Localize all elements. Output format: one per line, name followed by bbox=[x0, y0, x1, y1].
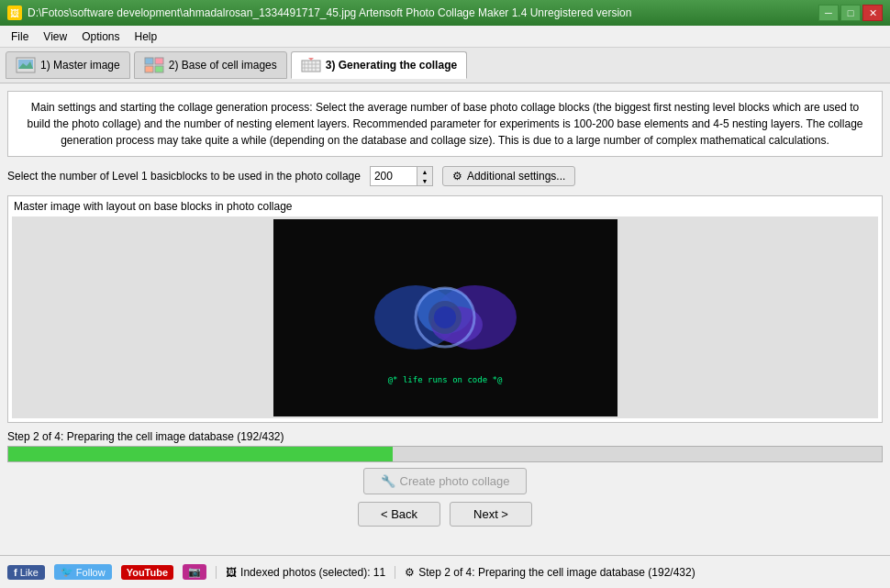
facebook-button[interactable]: f Like bbox=[7, 565, 45, 580]
menu-file[interactable]: File bbox=[4, 28, 36, 46]
step-status: ⚙ Step 2 of 4: Preparing the cell image … bbox=[395, 566, 695, 579]
svg-point-22 bbox=[434, 306, 456, 328]
close-button[interactable]: ✕ bbox=[862, 5, 883, 21]
collage-grid-svg: @* life runs on code *@ 300 bbox=[273, 219, 617, 416]
collage-preview: @* life runs on code *@ 300 bbox=[273, 219, 617, 416]
progress-bar-fill bbox=[8, 447, 393, 461]
twitter-button[interactable]: 🐦 Follow bbox=[54, 564, 112, 580]
twitter-icon: 🐦 bbox=[61, 566, 73, 578]
additional-settings-label: Additional settings... bbox=[467, 170, 565, 183]
generating-icon bbox=[301, 56, 321, 74]
fb-label: Like bbox=[20, 567, 39, 578]
spinner-buttons: ▲ ▼ bbox=[417, 167, 432, 185]
indexed-text: Indexed photos (selected): 11 bbox=[240, 566, 385, 579]
svg-text:@* life runs on code *@: @* life runs on code *@ bbox=[387, 375, 502, 384]
next-button[interactable]: Next > bbox=[450, 502, 532, 527]
create-label: Create photo collage bbox=[400, 474, 510, 488]
back-button[interactable]: < Back bbox=[358, 502, 440, 527]
tab-generating-label: 3) Generating the collage bbox=[326, 59, 457, 72]
youtube-label: YouTube bbox=[127, 567, 168, 578]
youtube-button[interactable]: YouTube bbox=[121, 565, 173, 580]
titlebar: 🖼 D:\Fotos\software development\ahmadalr… bbox=[0, 0, 890, 26]
tab-master-image[interactable]: 1) Master image bbox=[6, 51, 130, 79]
menubar: File View Options Help bbox=[0, 26, 890, 48]
wrench-icon: 🔧 bbox=[381, 474, 395, 488]
tab-master-image-label: 1) Master image bbox=[40, 59, 120, 72]
instagram-icon: 📷 bbox=[188, 566, 201, 577]
tab-generating[interactable]: 3) Generating the collage bbox=[291, 51, 467, 79]
svg-rect-6 bbox=[155, 66, 163, 72]
progress-label: Step 2 of 4: Preparing the cell image da… bbox=[7, 430, 883, 443]
image-area-label: Master image with layout on base blocks … bbox=[12, 200, 878, 213]
facebook-icon: f bbox=[14, 567, 17, 578]
progress-bar-background bbox=[7, 446, 883, 462]
minimize-button[interactable]: ─ bbox=[818, 5, 839, 21]
indexed-status: 🖼 Indexed photos (selected): 11 bbox=[216, 566, 385, 579]
main-content: Main settings and starting the collage g… bbox=[0, 83, 890, 545]
titlebar-left: 🖼 D:\Fotos\software development\ahmadalr… bbox=[7, 6, 631, 20]
tab-base-cells[interactable]: 2) Base of cell images bbox=[134, 51, 287, 79]
twitter-label: Follow bbox=[76, 567, 106, 578]
info-box: Main settings and starting the collage g… bbox=[7, 91, 883, 157]
level-value-input[interactable] bbox=[371, 168, 417, 184]
gear-icon: ⚙ bbox=[452, 170, 462, 183]
next-label: Next > bbox=[473, 507, 508, 521]
app-icon: 🖼 bbox=[7, 6, 22, 20]
titlebar-title: D:\Fotos\software development\ahmadalros… bbox=[28, 6, 631, 19]
titlebar-controls[interactable]: ─ □ ✕ bbox=[818, 5, 883, 21]
spinner-up[interactable]: ▲ bbox=[417, 167, 432, 176]
level-select-label: Select the number of Level 1 basicblocks… bbox=[7, 170, 361, 183]
image-area: Master image with layout on base blocks … bbox=[7, 195, 883, 423]
nav-row: < Back Next > bbox=[7, 502, 883, 527]
additional-settings-button[interactable]: ⚙ Additional settings... bbox=[442, 166, 575, 186]
svg-rect-3 bbox=[145, 58, 153, 64]
tab-base-cells-label: 2) Base of cell images bbox=[169, 59, 277, 72]
photos-icon: 🖼 bbox=[226, 566, 237, 579]
menu-help[interactable]: Help bbox=[128, 28, 165, 46]
step-text: Step 2 of 4: Preparing the cell image da… bbox=[418, 566, 695, 579]
level-select-row: Select the number of Level 1 basicblocks… bbox=[7, 164, 883, 188]
menu-options[interactable]: Options bbox=[74, 28, 127, 46]
create-photo-collage-button[interactable]: 🔧 Create photo collage bbox=[363, 468, 528, 494]
master-image-icon bbox=[16, 56, 36, 74]
maximize-button[interactable]: □ bbox=[840, 5, 861, 21]
toolbar: 1) Master image 2) Base of cell images bbox=[0, 48, 890, 83]
base-cells-icon bbox=[144, 56, 164, 74]
instagram-button[interactable]: 📷 bbox=[183, 564, 206, 580]
menu-view[interactable]: View bbox=[36, 28, 74, 46]
back-label: < Back bbox=[381, 507, 417, 521]
svg-rect-5 bbox=[145, 66, 153, 72]
buttons-row: 🔧 Create photo collage bbox=[7, 468, 883, 494]
image-container: @* life runs on code *@ 300 bbox=[12, 216, 878, 418]
progress-area: Step 2 of 4: Preparing the cell image da… bbox=[7, 430, 883, 462]
svg-rect-4 bbox=[155, 58, 163, 64]
info-text: Main settings and starting the collage g… bbox=[28, 101, 863, 147]
level-spinner[interactable]: ▲ ▼ bbox=[370, 166, 433, 186]
gear-status-icon: ⚙ bbox=[405, 566, 415, 579]
spinner-down[interactable]: ▼ bbox=[417, 176, 432, 185]
statusbar: f Like 🐦 Follow YouTube 📷 🖼 Indexed phot… bbox=[0, 555, 890, 588]
